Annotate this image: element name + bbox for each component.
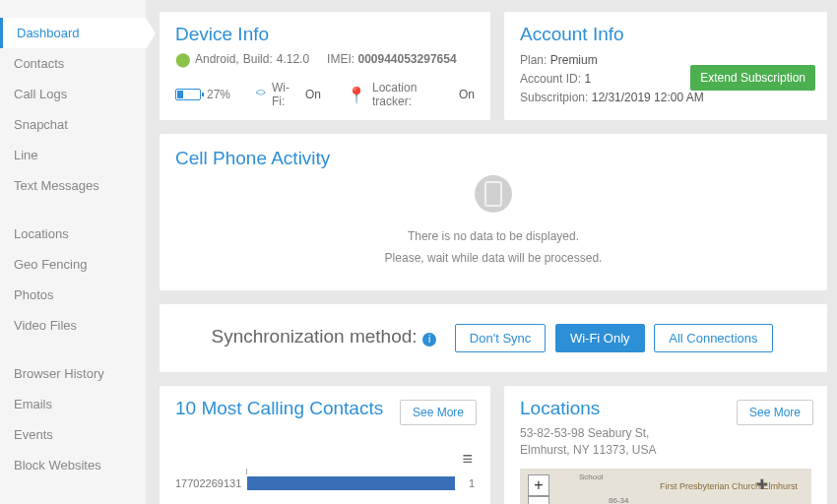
map-street-label: School (579, 472, 603, 481)
main-content: Device Info ⬤ Android, Build: 4.12.0 IME… (146, 0, 837, 504)
imei-label: IMEI: (327, 52, 354, 66)
locations-address-2: Elmhurst, NY 11373, USA (520, 442, 811, 459)
device-build-label: Build: (243, 52, 273, 66)
location-pin-icon: 📍 (347, 86, 366, 104)
sidebar-item-line[interactable]: Line (0, 140, 146, 170)
locations-map[interactable]: + − ✚ First Presbyterian Church Elmhurst… (520, 469, 811, 504)
sync-label: Synchronization method: (211, 326, 417, 346)
locations-address-1: 53-82-53-98 Seabury St, (520, 425, 811, 442)
subscription-value: 12/31/2019 12:00 AM (592, 91, 704, 104)
loc-tracker-label: Location tracker: (372, 81, 453, 108)
bar-value-0: 1 (469, 477, 475, 489)
sidebar-item-events[interactable]: Events (0, 419, 146, 450)
android-icon: ⬤ (175, 51, 191, 67)
sync-option-all[interactable]: All Connections (654, 324, 772, 352)
sidebar-item-block-websites[interactable]: Block Websites (0, 450, 146, 480)
sidebar-item-video-files[interactable]: Video Files (0, 310, 146, 341)
sidebar-item-text-messages[interactable]: Text Messages (0, 170, 146, 201)
sidebar-item-snapchat[interactable]: Snapchat (0, 109, 146, 140)
sync-option-wifi[interactable]: Wi-Fi Only (555, 324, 645, 352)
account-id-value: 1 (584, 72, 591, 86)
map-zoom-in-button[interactable]: + (528, 474, 549, 496)
locations-see-more-button[interactable]: See More (737, 400, 813, 425)
imei-value: 000944053297654 (357, 52, 456, 66)
sidebar-item-browser-history[interactable]: Browser History (0, 358, 146, 389)
wifi-label: Wi-Fi: (272, 81, 299, 108)
activity-nodata-line2: Please, wait while data will be processe… (175, 248, 811, 270)
chart-menu-icon[interactable]: ≡ (462, 449, 473, 470)
map-num-label: 86-34 (609, 496, 628, 504)
extend-subscription-button[interactable]: Extend Subscription (690, 65, 815, 91)
phone-placeholder-icon (475, 175, 512, 213)
locations-card: Locations 53-82-53-98 Seabury St, Elmhur… (504, 386, 827, 504)
loc-tracker-value: On (459, 88, 475, 101)
bar-label-0: 17702269131 (175, 477, 241, 489)
sidebar-item-call-logs[interactable]: Call Logs (0, 79, 146, 109)
sidebar-item-dashboard[interactable]: Dashboard (0, 18, 146, 48)
sidebar: Dashboard Contacts Call Logs Snapchat Li… (0, 0, 146, 504)
sidebar-item-contacts[interactable]: Contacts (0, 48, 146, 79)
sidebar-item-skype[interactable]: Skype (0, 498, 146, 504)
map-zoom-out-button[interactable]: − (528, 496, 549, 504)
account-info-card: Account Info Plan: Premium Account ID: 1… (504, 12, 827, 120)
map-poi-label: First Presbyterian Church Elmhurst (660, 482, 798, 492)
subscription-label: Subscritpion: (520, 91, 588, 104)
account-id-label: Account ID: (520, 72, 581, 86)
activity-card: Cell Phone Activity There is no data to … (160, 134, 827, 290)
bar-0 (247, 476, 455, 490)
device-build-value: 4.12.0 (277, 52, 309, 66)
battery-icon (175, 89, 201, 100)
plan-value: Premium (550, 53, 598, 67)
wifi-value: On (305, 88, 321, 101)
plan-label: Plan: (520, 53, 547, 67)
activity-nodata-line1: There is no data to be displayed. (175, 226, 811, 248)
device-info-title: Device Info (175, 24, 475, 45)
device-info-card: Device Info ⬤ Android, Build: 4.12.0 IME… (160, 12, 490, 120)
account-info-title: Account Info (520, 24, 811, 45)
sync-card: Synchronization method: i Don't Sync Wi-… (160, 304, 827, 372)
sidebar-item-emails[interactable]: Emails (0, 389, 146, 419)
calling-see-more-button[interactable]: See More (400, 400, 477, 425)
activity-title: Cell Phone Activity (175, 148, 811, 169)
calling-bar-chart: 17702269131 1 (175, 469, 475, 490)
sidebar-item-locations[interactable]: Locations (0, 219, 146, 249)
wifi-icon: ⌔ (256, 86, 266, 103)
device-os: Android, (195, 52, 239, 66)
sidebar-item-photos[interactable]: Photos (0, 280, 146, 310)
info-icon[interactable]: i (422, 333, 436, 346)
sync-option-dont[interactable]: Don't Sync (455, 324, 546, 352)
calling-contacts-card: 10 Most Calling Contacts See More ≡ 1770… (160, 386, 490, 504)
battery-percent: 27% (207, 88, 230, 101)
sidebar-item-geo-fencing[interactable]: Geo Fencing (0, 249, 146, 280)
